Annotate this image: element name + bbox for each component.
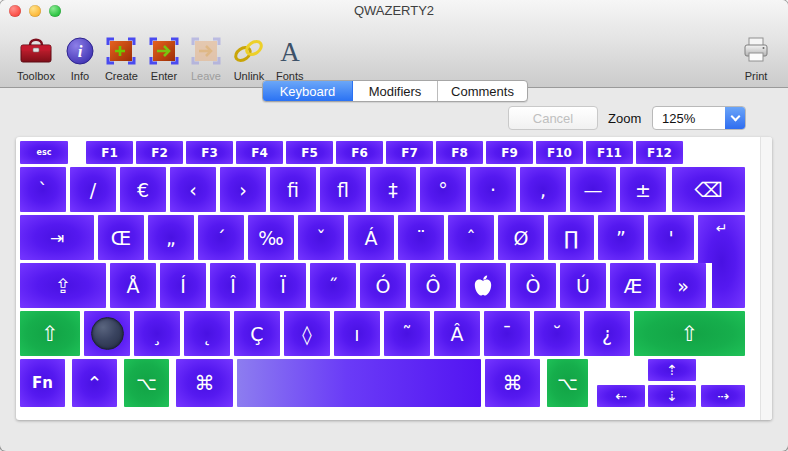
key-€[interactable]: € [120,167,166,212]
key-fi[interactable]: fi [270,167,316,212]
key-F11[interactable]: F11 [586,141,633,164]
key-·[interactable]: · [470,167,516,212]
key-'[interactable]: ' [648,215,694,260]
key-F4[interactable]: F4 [236,141,283,164]
key-Ó[interactable]: Ó [360,263,406,308]
key-F8[interactable]: F8 [436,141,483,164]
key-command-left[interactable]: ⌘ [176,359,233,407]
info-button[interactable]: i Info [60,24,100,82]
key-˝[interactable]: ˝ [310,263,356,308]
key-F5[interactable]: F5 [286,141,333,164]
key-”[interactable]: ” [598,215,644,260]
key-black-circle[interactable] [84,311,130,356]
key-‰[interactable]: ‰ [248,215,294,260]
key-ˆ[interactable]: ˆ [448,215,494,260]
key-Æ[interactable]: Æ [610,263,656,308]
key-—[interactable]: — [570,167,616,212]
key-F7[interactable]: F7 [386,141,433,164]
tab-keyboard[interactable]: Keyboard [263,81,353,101]
key-Ò[interactable]: Ò [510,263,556,308]
key-F1[interactable]: F1 [86,141,133,164]
key-shift-left[interactable]: ⇧ [20,311,80,356]
key-Ú[interactable]: Ú [560,263,606,308]
key-control[interactable]: ⌃ [72,359,117,407]
key-arrow-up[interactable]: ⇡ [648,359,696,381]
key-¸[interactable]: ¸ [134,311,180,356]
key-esc[interactable]: esc [20,141,68,164]
key-‹[interactable]: ‹ [170,167,216,212]
unlink-button[interactable]: Unlink [227,24,271,82]
key-F6[interactable]: F6 [336,141,383,164]
key-˛[interactable]: ˛ [184,311,230,356]
key-∏[interactable]: ∏ [548,215,594,260]
key-Œ[interactable]: Œ [98,215,144,260]
close-button[interactable] [9,5,21,17]
key-Í[interactable]: Í [160,263,206,308]
key-‡[interactable]: ‡ [370,167,416,212]
key-Å[interactable]: Å [110,263,156,308]
key-option-right[interactable]: ⌥ [547,359,588,407]
toolbox-button[interactable]: Toolbox [12,24,60,82]
zoom-dropdown-cap[interactable] [725,107,745,129]
create-button[interactable]: Create [100,24,143,82]
key-fl[interactable]: fl [320,167,366,212]
key-›[interactable]: › [220,167,266,212]
key-fn[interactable]: Fn [20,359,65,407]
key-„[interactable]: „ [148,215,194,260]
leave-button[interactable]: Leave [185,24,227,82]
key-F9[interactable]: F9 [486,141,533,164]
cancel-button[interactable]: Cancel [508,106,598,130]
titlebar: QWAZERTY2 [0,0,788,22]
key-°[interactable]: ° [420,167,466,212]
key-command-right[interactable]: ⌘ [485,359,540,407]
key-ˇ[interactable]: ˇ [298,215,344,260]
key-capslock[interactable]: ⇪ [20,263,106,308]
key-F3[interactable]: F3 [186,141,233,164]
key-arrow-right[interactable]: ⇢ [701,385,745,407]
key-¨[interactable]: ¨ [398,215,444,260]
key-option-left[interactable]: ⌥ [124,359,169,407]
key-˜[interactable]: ˜ [384,311,430,356]
key-backspace[interactable]: ⌫ [672,167,745,212]
zoom-window-button[interactable] [49,5,61,17]
key-ı[interactable]: ı [334,311,380,356]
key-Á[interactable]: Á [348,215,394,260]
key-arrow-left[interactable]: ⇠ [597,385,645,407]
key-˘[interactable]: ˘ [534,311,580,356]
key-/[interactable]: / [70,167,116,212]
toolbox-icon [18,33,54,69]
key-Ø[interactable]: Ø [498,215,544,260]
key-Î[interactable]: Î [210,263,256,308]
key-,[interactable]: , [520,167,566,212]
key-Ï[interactable]: Ï [260,263,306,308]
enter-button[interactable]: Enter [143,24,185,82]
key-¿[interactable]: ¿ [584,311,630,356]
key-`[interactable]: ` [20,167,66,212]
tab-comments[interactable]: Comments [438,81,527,101]
zoom-select[interactable]: 125% [652,106,746,130]
key-tab[interactable]: ⇥ [20,215,94,260]
traffic-lights [9,5,69,17]
key-Ç[interactable]: Ç [234,311,280,356]
info-icon: i [65,33,95,69]
key-apple-logo[interactable] [460,263,506,308]
key-F2[interactable]: F2 [136,141,183,164]
key-◊[interactable]: ◊ [284,311,330,356]
print-button[interactable]: Print [736,24,776,82]
key-¯[interactable]: ¯ [484,311,530,356]
key-Â[interactable]: Â [434,311,480,356]
key-»[interactable]: » [660,263,706,308]
key-shift-right[interactable]: ⇧ [634,311,745,356]
key-´[interactable]: ´ [198,215,244,260]
minimize-button[interactable] [29,5,41,17]
key-arrow-down[interactable]: ⇣ [648,385,696,407]
scrollbar-track[interactable] [760,137,772,420]
key-space[interactable] [237,359,481,407]
key-F10[interactable]: F10 [536,141,583,164]
key-±[interactable]: ± [620,167,666,212]
fonts-button[interactable]: A Fonts [271,24,309,82]
tab-modifiers[interactable]: Modifiers [353,81,438,101]
key-Ô[interactable]: Ô [410,263,456,308]
leave-label: Leave [191,70,221,82]
key-F12[interactable]: F12 [636,141,683,164]
